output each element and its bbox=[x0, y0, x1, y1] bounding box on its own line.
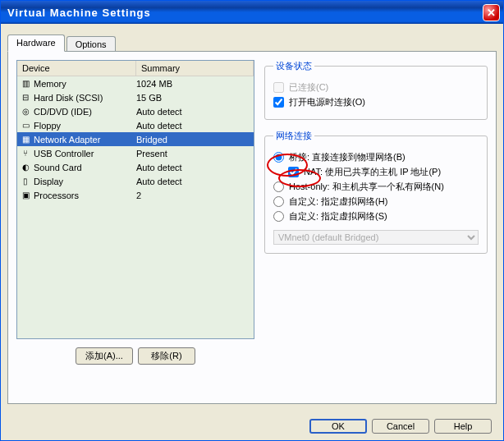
device-row[interactable]: ▯DisplayAuto detect bbox=[17, 174, 254, 188]
close-icon[interactable]: ✕ bbox=[483, 4, 500, 21]
dialog-footer: OK Cancel Help bbox=[309, 419, 492, 434]
device-icon: ▦ bbox=[19, 134, 32, 145]
device-icon: ▥ bbox=[19, 78, 32, 90]
device-row[interactable]: ◎CD/DVD (IDE)Auto detect bbox=[17, 104, 254, 118]
nat-checkbox[interactable] bbox=[288, 167, 299, 177]
device-row[interactable]: ▭FloppyAuto detect bbox=[17, 118, 254, 132]
device-summary: 1024 MB bbox=[136, 79, 252, 89]
device-row[interactable]: ⑂USB ControllerPresent bbox=[17, 146, 254, 160]
connected-check: 已连接(C) bbox=[273, 81, 479, 94]
device-row[interactable]: ▣Processors2 bbox=[17, 188, 254, 202]
add-button[interactable]: 添加(A)... bbox=[76, 347, 133, 365]
bridged-radio[interactable] bbox=[273, 152, 284, 163]
hardware-pane: Device Summary ▥Memory1024 MB⊟Hard Disk … bbox=[7, 51, 497, 404]
device-summary: Auto detect bbox=[136, 163, 252, 172]
device-label: Network Adapter bbox=[34, 135, 136, 145]
col-summary[interactable]: Summary bbox=[136, 61, 254, 76]
vmnet-select: VMnet0 (default Bridged) bbox=[273, 230, 479, 245]
device-label: USB Controller bbox=[34, 149, 136, 158]
device-label: Processors bbox=[34, 191, 136, 200]
device-summary: Bridged bbox=[136, 135, 252, 145]
custom2-radio-row[interactable]: 自定义: 指定虚拟网络(S) bbox=[273, 210, 479, 223]
tab-strip: Hardware Options bbox=[7, 34, 497, 52]
device-icon: ⊟ bbox=[19, 92, 32, 103]
tab-hardware[interactable]: Hardware bbox=[7, 34, 65, 52]
device-buttons: 添加(A)... 移除(R) bbox=[16, 347, 254, 365]
device-summary: Auto detect bbox=[136, 177, 252, 186]
connect-at-power-check[interactable]: 打开电源时连接(O) bbox=[273, 96, 479, 108]
device-status-group: 设备状态 已连接(C) 打开电源时连接(O) bbox=[264, 60, 488, 120]
device-label: Display bbox=[34, 177, 136, 186]
custom2-radio[interactable] bbox=[273, 211, 284, 222]
device-row[interactable]: ◐Sound CardAuto detect bbox=[17, 160, 254, 174]
bridged-radio-row[interactable]: 桥接: 直接连接到物理网络(B) bbox=[273, 151, 479, 163]
device-summary: 15 GB bbox=[136, 93, 252, 103]
device-row[interactable]: ⊟Hard Disk (SCSI)15 GB bbox=[17, 90, 254, 104]
window-body: Hardware Options Device Summary ▥Memory1… bbox=[1, 24, 503, 440]
device-summary: Present bbox=[136, 149, 252, 158]
left-column: Device Summary ▥Memory1024 MB⊟Hard Disk … bbox=[16, 60, 254, 395]
connected-checkbox bbox=[273, 82, 284, 93]
remove-button[interactable]: 移除(R) bbox=[138, 347, 195, 365]
device-row[interactable]: ▥Memory1024 MB bbox=[17, 76, 254, 90]
ok-button[interactable]: OK bbox=[309, 419, 367, 434]
window-title: Virtual Machine Settings bbox=[7, 7, 151, 19]
hostonly-radio[interactable] bbox=[273, 181, 284, 192]
settings-window: Virtual Machine Settings ✕ Hardware Opti… bbox=[0, 0, 504, 441]
device-icon: ▯ bbox=[19, 176, 32, 187]
device-label: Memory bbox=[34, 79, 136, 89]
status-legend: 设备状态 bbox=[273, 60, 314, 72]
custom1-radio-row[interactable]: 自定义: 指定虚拟网络(H) bbox=[273, 195, 479, 208]
device-icon: ◎ bbox=[19, 106, 32, 117]
network-legend: 网络连接 bbox=[273, 130, 314, 142]
device-label: CD/DVD (IDE) bbox=[34, 107, 136, 117]
device-summary: Auto detect bbox=[136, 121, 252, 131]
device-label: Hard Disk (SCSI) bbox=[34, 93, 136, 103]
device-label: Floppy bbox=[34, 121, 136, 131]
device-list-header: Device Summary bbox=[17, 61, 254, 76]
device-icon: ▣ bbox=[19, 190, 32, 201]
device-list[interactable]: Device Summary ▥Memory1024 MB⊟Hard Disk … bbox=[16, 60, 254, 339]
device-icon: ▭ bbox=[19, 120, 32, 131]
hostonly-radio-row[interactable]: Host-only: 和主机共享一个私有网络(N) bbox=[273, 181, 479, 193]
col-device[interactable]: Device bbox=[17, 61, 136, 76]
connect-power-checkbox[interactable] bbox=[273, 97, 284, 108]
help-button[interactable]: Help bbox=[434, 419, 492, 434]
device-row[interactable]: ▦Network AdapterBridged bbox=[17, 132, 254, 146]
tab-options[interactable]: Options bbox=[66, 36, 116, 52]
custom1-radio[interactable] bbox=[273, 196, 284, 207]
nat-check-row[interactable]: NAT: 使用已共享的主机 IP 地址(P) bbox=[288, 166, 479, 178]
titlebar[interactable]: Virtual Machine Settings ✕ bbox=[1, 1, 503, 24]
device-summary: Auto detect bbox=[136, 107, 252, 117]
device-label: Sound Card bbox=[34, 163, 136, 172]
tab-container: Hardware Options Device Summary ▥Memory1… bbox=[7, 34, 497, 404]
device-summary: 2 bbox=[136, 191, 252, 200]
device-icon: ◐ bbox=[19, 162, 32, 173]
network-connection-group: 网络连接 桥接: 直接连接到物理网络(B) NAT: 使用已共享的主机 IP 地… bbox=[264, 130, 488, 254]
right-column: 设备状态 已连接(C) 打开电源时连接(O) 网络连接 bbox=[254, 60, 488, 395]
device-icon: ⑂ bbox=[19, 148, 32, 159]
cancel-button[interactable]: Cancel bbox=[372, 419, 429, 434]
